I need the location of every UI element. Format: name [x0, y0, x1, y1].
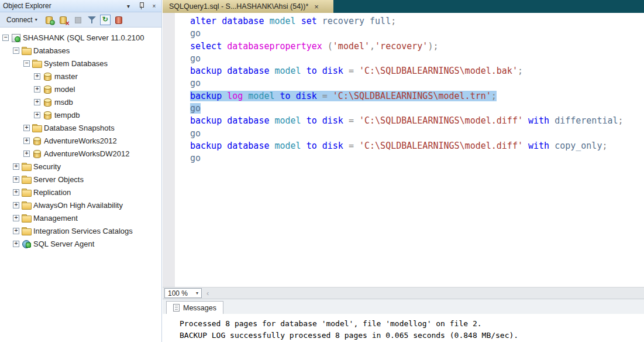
folder-icon	[22, 226, 31, 235]
code-line[interactable]: go	[175, 28, 644, 40]
window-position-icon[interactable]: ▾	[124, 2, 133, 11]
database-icon	[43, 110, 52, 119]
expand-box[interactable]: +	[13, 163, 19, 170]
tree-item-msdb[interactable]: +msdb	[0, 95, 161, 108]
object-explorer-toolbar: Connect ▾	[0, 12, 161, 28]
tree-item-label: Server Objects	[33, 175, 84, 184]
ssms-window: Object Explorer ▾ × Connect ▾ −SHASHANK …	[0, 0, 644, 342]
tree-item-model[interactable]: +model	[0, 83, 161, 95]
document-tab-title: SQLQuery1.sql - S...HASHANK\Ahsi (54))*	[169, 2, 308, 11]
code-line[interactable]: go	[175, 53, 644, 65]
message-line: Processed 8 pages for database 'model', …	[180, 318, 644, 330]
database-icon	[43, 84, 52, 94]
tree-item-replication[interactable]: +Replication	[0, 186, 161, 199]
scroll-left-button[interactable]: ‹	[206, 289, 209, 297]
code-line[interactable]: go	[175, 128, 644, 140]
expand-box[interactable]: +	[13, 228, 19, 234]
query-editor[interactable]: alter database model set recovery full;g…	[163, 13, 644, 287]
tree-item-label: Management	[33, 214, 78, 223]
oe-header-icons: ▾ ×	[124, 2, 159, 11]
tree-item-integration-services-catalogs[interactable]: +Integration Services Catalogs	[0, 224, 161, 237]
expand-box[interactable]: +	[34, 99, 40, 105]
pin-icon[interactable]	[137, 2, 146, 11]
editor-bottom-bar: 100 % ▾ ‹	[163, 287, 644, 299]
close-icon[interactable]: ×	[150, 2, 159, 11]
collapse-box[interactable]: −	[2, 35, 9, 41]
filter-icon[interactable]	[86, 14, 98, 26]
tree-item-label: AlwaysOn High Availability	[33, 201, 123, 210]
server-icon	[11, 33, 20, 42]
expand-box[interactable]: +	[34, 112, 40, 118]
chevron-down-icon: ▾	[35, 17, 37, 22]
tree-item-alwayson-high-availability[interactable]: +AlwaysOn High Availability	[0, 199, 161, 211]
chevron-down-icon: ▾	[193, 290, 201, 296]
tree-item-adventureworks2012[interactable]: +AdventureWorks2012	[0, 134, 161, 147]
connect-database-icon[interactable]	[44, 14, 56, 26]
collapse-box[interactable]: −	[23, 60, 30, 67]
code-line[interactable]: go	[175, 77, 644, 90]
connect-button[interactable]: Connect ▾	[3, 14, 41, 26]
expand-box[interactable]: +	[23, 151, 30, 157]
folder-icon	[22, 213, 31, 223]
code-area[interactable]: alter database model set recovery full;g…	[175, 15, 644, 165]
message-line: BACKUP LOG successfully processed 8 page…	[180, 330, 644, 341]
reports-icon[interactable]	[113, 14, 125, 26]
results-tab-strip: Messages	[163, 299, 644, 314]
expand-box[interactable]: +	[23, 138, 30, 144]
tree-item-adventureworksdw2012[interactable]: +AdventureWorksDW2012	[0, 147, 161, 160]
expand-box[interactable]: +	[13, 202, 19, 208]
code-line[interactable]: go	[175, 152, 644, 165]
collapse-box[interactable]: −	[13, 47, 19, 54]
zoom-dropdown[interactable]: 100 % ▾	[164, 288, 202, 298]
expand-box[interactable]: +	[13, 241, 19, 247]
tree-item-system-databases[interactable]: −System Databases	[0, 57, 161, 70]
code-line[interactable]: backup database model to disk = 'C:\SQLD…	[175, 140, 644, 152]
code-line[interactable]: go	[175, 102, 644, 115]
query-document-tab[interactable]: SQLQuery1.sql - S...HASHANK\Ahsi (54))* …	[163, 0, 333, 13]
agent-icon	[22, 239, 31, 248]
code-line[interactable]: select databasepropertyex ('model','reco…	[175, 40, 644, 53]
object-explorer-header: Object Explorer ▾ ×	[0, 0, 161, 12]
tree-item-management[interactable]: +Management	[0, 211, 161, 224]
tree-item-label: Integration Services Catalogs	[33, 227, 133, 235]
tree-item-shashank-sql-server-11-0-2100[interactable]: −SHASHANK (SQL Server 11.0.2100	[0, 31, 161, 44]
messages-tab-label: Messages	[183, 304, 216, 312]
pin-glyph	[139, 2, 144, 10]
folder-icon	[32, 123, 42, 132]
zoom-level: 100 %	[165, 289, 193, 297]
folder-icon	[22, 200, 31, 210]
disconnect-database-icon[interactable]	[58, 14, 70, 26]
oe-toolbar-icons	[44, 14, 125, 26]
tree-item-label: AdventureWorks2012	[44, 136, 117, 145]
tree-item-security[interactable]: +Security	[0, 160, 161, 173]
expand-box[interactable]: +	[13, 215, 19, 221]
code-line[interactable]: alter database model set recovery full;	[175, 15, 644, 28]
tab-close-icon[interactable]: ×	[314, 3, 319, 11]
tree-item-sql-server-agent[interactable]: +SQL Server Agent	[0, 237, 161, 250]
code-line[interactable]: backup log model to disk = 'C:\SQLDBALEA…	[175, 90, 644, 102]
database-icon	[32, 136, 42, 145]
text-selection: backup log model to disk = 'C:\SQLDBALEA…	[190, 91, 497, 101]
tree-item-label: Database Snapshots	[44, 124, 115, 132]
expand-box[interactable]: +	[13, 176, 19, 183]
folder-icon	[22, 46, 31, 55]
expand-box[interactable]: +	[34, 86, 40, 93]
tree-item-server-objects[interactable]: +Server Objects	[0, 173, 161, 186]
object-explorer-panel: Object Explorer ▾ × Connect ▾ −SHASHANK …	[0, 0, 162, 342]
tree-item-database-snapshots[interactable]: +Database Snapshots	[0, 121, 161, 134]
database-icon	[43, 97, 52, 107]
code-line[interactable]: backup database model to disk = 'C:\SQLD…	[175, 115, 644, 127]
expand-box[interactable]: +	[34, 73, 40, 80]
tree-item-tempdb[interactable]: +tempdb	[0, 108, 161, 121]
tree-item-label: tempdb	[54, 111, 80, 119]
tree-item-databases[interactable]: −Databases	[0, 44, 161, 57]
code-line[interactable]: backup database model to disk = 'C:\SQLD…	[175, 65, 644, 77]
tree-item-label: Replication	[33, 188, 71, 197]
messages-pane: Processed 8 pages for database 'model', …	[163, 314, 644, 342]
tree-item-master[interactable]: +master	[0, 70, 161, 83]
refresh-icon[interactable]	[100, 15, 111, 25]
expand-box[interactable]: +	[13, 189, 19, 196]
expand-box[interactable]: +	[23, 125, 30, 131]
stop-icon[interactable]	[72, 14, 84, 26]
messages-tab[interactable]: Messages	[166, 301, 223, 314]
